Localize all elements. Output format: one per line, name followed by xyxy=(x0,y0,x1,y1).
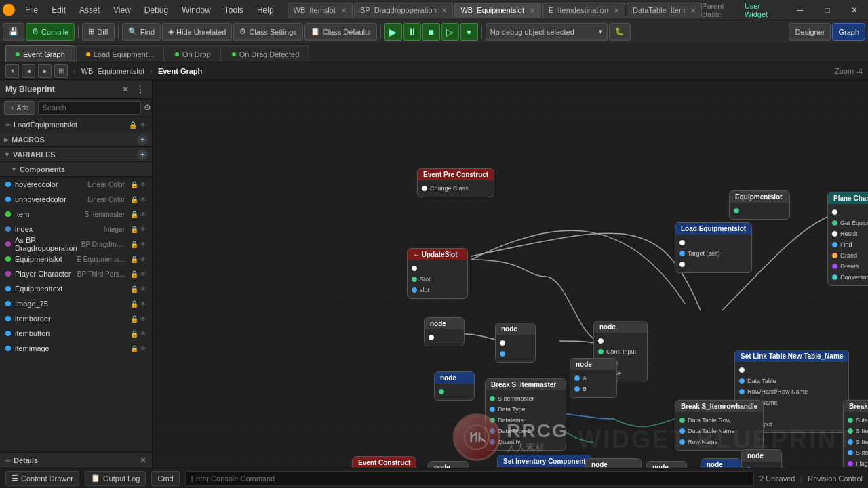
graph-button[interactable]: Graph xyxy=(832,23,865,41)
menu-edit[interactable]: Edit xyxy=(45,0,73,20)
node-break-sitem[interactable]: Break S_Item S item S Item S Item D S It… xyxy=(843,400,868,468)
hide-unrelated-button[interactable]: ◈ Hide Unrelated xyxy=(162,23,232,41)
tab-load-equipment[interactable]: Load Equipment... xyxy=(76,45,164,62)
close-icon[interactable]: ✕ xyxy=(690,7,696,14)
blueprint-search-input[interactable] xyxy=(38,101,141,115)
diff-button[interactable]: ⊞ Diff xyxy=(82,23,114,41)
menu-tools[interactable]: Tools xyxy=(218,0,250,20)
add-button[interactable]: + Add xyxy=(4,101,35,115)
node-bottom-4[interactable]: node xyxy=(646,461,687,468)
menu-asset[interactable]: Asset xyxy=(73,0,106,20)
var-itembutton[interactable]: itembutton 🔒 👁 xyxy=(0,326,152,341)
defaults-icon: 📋 xyxy=(311,27,320,36)
variables-section-header[interactable]: ▼ VARIABLES + xyxy=(0,147,152,162)
close-icon[interactable]: ✕ xyxy=(441,7,447,14)
node-load-equipmentslot[interactable]: Load Equipmentslot Target (self) xyxy=(675,222,752,273)
tab-wb-itemslot[interactable]: WB_Itemslot ✕ xyxy=(288,3,353,18)
var-image75[interactable]: Image_75 🔒 👁 xyxy=(0,296,152,311)
node-plane-changer[interactable]: Plane Changer 0 Get Equipmentin... Resul… xyxy=(827,192,868,286)
tab-bp-drag[interactable]: BP_Dragdropoperation ✕ xyxy=(354,3,454,18)
node-event-construct[interactable]: Event Construct xyxy=(352,456,416,468)
close-button[interactable]: ✕ xyxy=(841,0,868,20)
debug-object-dropdown[interactable]: No debug object selected ▾ xyxy=(486,23,608,41)
console-input[interactable] xyxy=(185,471,754,486)
var-hoveredcolor[interactable]: hoveredcolor Linear Color 🔒 👁 xyxy=(0,177,152,192)
var-equipmenttext[interactable]: Equipmenttext 🔒 👁 xyxy=(0,281,152,296)
panel-menu-icon[interactable]: ⋮ xyxy=(134,83,146,96)
menu-window[interactable]: Window xyxy=(175,0,218,20)
nav-home-button[interactable]: ⊞ xyxy=(54,64,68,78)
tab-on-drag[interactable]: On Drag Detected xyxy=(222,45,310,62)
play-button[interactable]: ▶ xyxy=(384,23,402,41)
var-player-char[interactable]: Player Character BP Third Pers... 🔒 👁 xyxy=(0,266,152,281)
node-set-inventory[interactable]: Set Inventory Component Target Player In… xyxy=(497,455,592,468)
tab-wb-equipmentslot[interactable]: WB_Equipmentslot ✕ xyxy=(454,3,541,18)
step-button[interactable]: ▷ xyxy=(441,23,459,41)
components-section-header[interactable]: ▼ Components xyxy=(0,162,152,177)
menu-help[interactable]: Help xyxy=(250,0,281,20)
node-equipmentslot-get[interactable]: Equipmentslot xyxy=(729,190,790,220)
close-icon[interactable]: ✕ xyxy=(614,7,619,14)
node-bottom-2[interactable]: node xyxy=(428,461,469,468)
node-header: Set Inventory Component xyxy=(498,455,591,467)
search-settings-icon[interactable]: ⚙ xyxy=(144,102,151,114)
node-mid-calc[interactable]: node A B xyxy=(570,358,617,398)
tab-on-drop[interactable]: On Drop xyxy=(165,45,221,62)
node-event-pre-construct[interactable]: Event Pre Construct Change Class xyxy=(417,168,494,197)
var-equipmentslot[interactable]: Equipmentslot E Equipments... 🔒 👁 xyxy=(0,251,152,266)
graph-canvas[interactable]: Event Pre Construct Change Class ← Updat… xyxy=(153,80,868,468)
breadcrumb-blueprint[interactable]: WB_Equipmentslot xyxy=(81,67,145,75)
debug-icon-button[interactable]: 🐛 xyxy=(609,23,631,41)
designer-button[interactable]: Designer xyxy=(789,23,831,41)
var-itemimage[interactable]: itemimage 🔒 👁 xyxy=(0,341,152,356)
node-break-itemrow[interactable]: Break S_Itemrowhandle Data Table Row Dat… xyxy=(675,400,764,451)
menu-view[interactable]: View xyxy=(106,0,138,20)
tab-datatable[interactable]: DataTable_Item ✕ xyxy=(627,3,702,18)
var-item[interactable]: Item S Itemmaster 🔒 👁 xyxy=(0,207,152,222)
blueprint-root-item[interactable]: ✏ LoadEquipmentslot 🔒 👁 xyxy=(0,117,152,132)
pause-button[interactable]: ⏸ xyxy=(403,23,421,41)
macros-section-header[interactable]: ▶ MACROS + xyxy=(0,132,152,147)
nav-prev-button[interactable]: ◂ xyxy=(22,64,35,78)
var-index[interactable]: index Integer 🔒 👁 xyxy=(0,222,152,237)
details-header[interactable]: ✏ Details ✕ xyxy=(0,453,152,468)
minimize-button[interactable]: ─ xyxy=(787,0,814,20)
node-mid-2[interactable]: node xyxy=(495,323,536,363)
menu-debug[interactable]: Debug xyxy=(138,0,175,20)
maximize-button[interactable]: □ xyxy=(814,0,841,20)
add-variable-button[interactable]: + xyxy=(137,149,148,160)
node-mid-small[interactable]: node xyxy=(434,371,475,401)
bottom-right: 2 Unsaved | Revision Control xyxy=(760,474,863,483)
sitem-pin xyxy=(848,428,853,434)
node-break-itemmaster[interactable]: Break S_itemmaster S Itemmaster Data Typ… xyxy=(485,378,566,451)
var-as-bp-drag[interactable]: As BP Dragdropoperation BP Dragdrop... 🔒… xyxy=(0,237,152,251)
find-button[interactable]: 🔍 Find xyxy=(122,23,161,41)
tab-e-item[interactable]: E_Itemdestination ✕ xyxy=(542,3,625,18)
node-update-slot[interactable]: ← UpdateSlot Slot slot xyxy=(407,248,468,299)
node-bottom-6[interactable]: node xyxy=(741,449,782,468)
details-close-icon[interactable]: ✕ xyxy=(140,455,146,465)
content-drawer-button[interactable]: ☰ Content Drawer xyxy=(5,471,79,486)
save-button[interactable]: 💾 xyxy=(3,23,24,41)
tab-event-graph[interactable]: Event Graph xyxy=(5,45,75,62)
var-itemborder[interactable]: itemborder 🔒 👁 xyxy=(0,311,152,326)
panel-close-icon[interactable]: ✕ xyxy=(119,83,132,96)
close-icon[interactable]: ✕ xyxy=(341,7,347,14)
node-mid-1[interactable]: node xyxy=(424,317,465,346)
output-log-button[interactable]: 📋 Output Log xyxy=(85,471,146,486)
add-macro-button[interactable]: + xyxy=(137,134,148,145)
var-unhoveredcolor[interactable]: unhoveredcolor Linear Color 🔒 👁 xyxy=(0,192,152,207)
cmd-button[interactable]: Cmd xyxy=(151,471,179,486)
pin xyxy=(746,464,777,468)
stop-button[interactable]: ■ xyxy=(422,23,440,41)
nav-next-button[interactable]: ▸ xyxy=(38,64,52,78)
compile-button[interactable]: ⚙ Compile xyxy=(26,23,75,41)
class-defaults-button[interactable]: 📋 Class Defaults xyxy=(304,23,377,41)
nav-back-button[interactable]: ▾ xyxy=(5,64,19,78)
class-settings-button[interactable]: ⚙ Class Settings xyxy=(233,23,302,41)
more-button[interactable]: ▾ xyxy=(460,23,478,41)
node-bottom-3[interactable]: node Widget Object Inventory Out Input xyxy=(585,458,642,468)
menu-file[interactable]: File xyxy=(18,0,45,20)
close-icon[interactable]: ✕ xyxy=(530,7,535,14)
node-bottom-5[interactable]: node xyxy=(701,458,741,468)
